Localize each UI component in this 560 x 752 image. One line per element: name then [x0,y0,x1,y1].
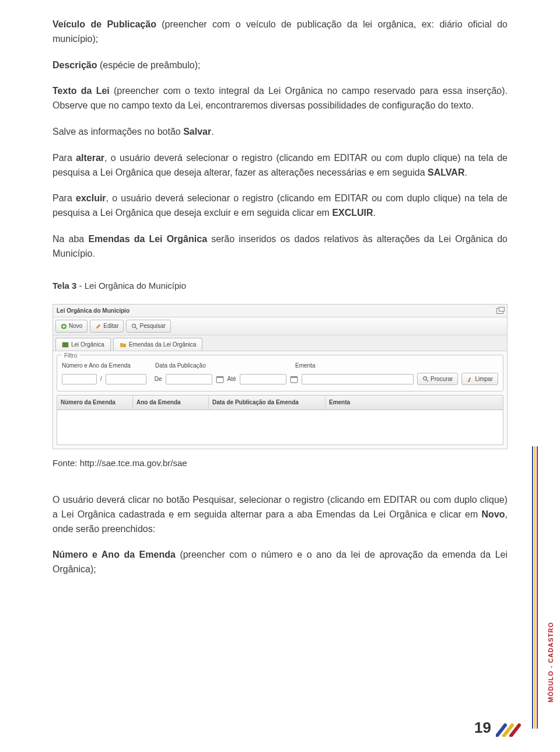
col-ementa[interactable]: Ementa [326,396,503,410]
label-ate: Até [228,375,236,384]
paragraph-texto-lei: Texto da Lei (preencher com o texto inte… [52,84,508,113]
book-icon [62,341,69,348]
slash-sep: / [100,375,102,384]
svg-point-1 [132,324,136,327]
calendar-icon[interactable] [216,375,224,383]
label-salvar: Salvar [183,127,211,137]
toolbar: Novo Editar Pesquisar [53,317,507,335]
screenshot-ui: Lei Orgânica do Município Novo Editar Pe… [52,304,508,449]
paragraph-descricao: Descrição (espécie de preâmbulo); [52,58,508,73]
editar-button[interactable]: Editar [90,320,124,333]
page-number: 19 [474,719,491,737]
label-ementa: Ementa [295,361,498,370]
text-salvar-a: Salve as informações no botão [52,127,183,137]
label-excluir: excluir [76,193,106,203]
col-data[interactable]: Data de Publicação da Emenda [209,396,326,410]
tab-bar: Lei Orgânica Emendas da Lei Orgânica [53,335,507,352]
calendar-icon-2[interactable] [290,375,298,383]
text-descricao: (espécie de preâmbulo); [97,60,201,70]
svg-point-6 [424,377,427,380]
grid-header: Número da Emenda Ano da Emenda Data de P… [57,395,503,410]
label-num-ano: Número e Ano da Emenda [62,361,149,370]
data-de-input[interactable] [166,374,212,384]
label-texto-lei: Texto da Lei [52,86,110,96]
figure-source: Fonte: http://sae.tce.ma.gov.br/sae [52,456,508,470]
pesquisar-button[interactable]: Pesquisar [126,320,170,333]
label-novo: Novo [482,509,505,519]
ementa-input[interactable] [302,374,414,384]
label-descricao: Descrição [52,60,97,70]
label-de: De [155,375,162,384]
plus-icon [61,323,67,330]
paragraph-veiculo: Veículo de Publicação (preencher com o v… [52,18,508,47]
pencil-icon [95,323,102,330]
label-data-pub: Data da Publicação [155,361,289,370]
filtro-legend: Filtro [62,351,79,361]
text-salvar-c: . [211,127,214,137]
window-titlebar: Lei Orgânica do Município [53,305,507,318]
limpar-button[interactable]: Limpar [461,373,498,386]
col-numero[interactable]: Número da Emenda [57,396,133,410]
paragraph-excluir: Para excluir, o usuário deverá seleciona… [52,191,508,221]
tab-emendas[interactable]: Emendas da Lei Orgânica [113,338,203,351]
procurar-button[interactable]: Procurar [417,373,458,386]
svg-rect-3 [216,376,223,377]
figure-caption: Tela 3 - Lei Orgânica do Município [52,279,508,292]
col-ano[interactable]: Ano da Emenda [133,396,209,410]
ano-input[interactable] [106,374,146,384]
tab-lei-organica[interactable]: Lei Orgânica [55,338,111,351]
label-alterar: alterar [76,153,104,163]
numero-input[interactable] [62,374,97,384]
paragraph-emendas: Na aba Emendas da Lei Orgânica serão ins… [52,232,508,261]
novo-button[interactable]: Novo [55,320,88,333]
label-emendas: Emendas da Lei Orgânica [88,234,207,244]
data-ate-input[interactable] [240,374,286,384]
svg-rect-5 [290,376,298,377]
footer-slashes-icon [496,723,527,737]
label-numero-ano: Número e Ano da Emenda [52,550,176,559]
stripe-blue [532,446,533,729]
label-salvar-2: SALVAR [428,167,464,177]
search-icon [131,323,138,330]
label-veiculo: Veículo de Publicação [52,19,156,29]
side-stripes [532,446,538,729]
paragraph-alterar: Para alterar, o usuário deverá seleciona… [52,151,508,180]
side-module-label: MÓDULO - CADASTRO [547,622,554,702]
panel-body: Filtro Número e Ano da Emenda Data da Pu… [53,351,507,449]
paragraph-numero-ano: Número e Ano da Emenda (preencher com o … [52,548,508,577]
broom-icon [467,376,473,382]
paragraph-salvar: Salve as informações no botão Salvar. [52,125,508,139]
input-row: / De Até Procurar Limpar [62,373,498,386]
restore-icon[interactable] [496,308,503,314]
folder-icon [120,341,127,348]
window-title: Lei Orgânica do Município [57,306,130,316]
grid-body [57,410,503,445]
footer-mark: 19 [474,719,527,737]
stripe-yellow [534,446,536,729]
filtro-fieldset: Filtro Número e Ano da Emenda Data da Pu… [57,355,503,391]
paragraph-pesquisar: O usuário deverá clicar no botão Pesquis… [52,493,508,536]
label-row: Número e Ano da Emenda Data da Publicaçã… [62,361,498,370]
search-icon-2 [422,376,429,382]
text-texto-lei: (preencher com o texto integral da Lei O… [52,86,508,110]
label-excluir-2: EXCLUIR [332,208,373,218]
stripe-red [537,446,538,729]
